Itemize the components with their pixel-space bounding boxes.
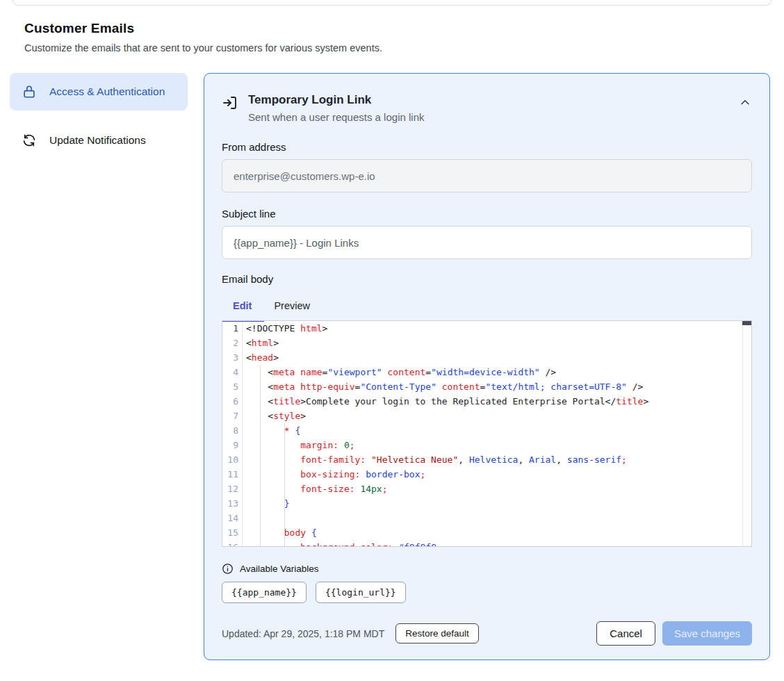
sidebar-item-label: Access & Authentication — [49, 84, 165, 99]
editor-scrollbar[interactable] — [742, 321, 751, 546]
code-line[interactable]: 4 <meta name="viewport" content="width=d… — [222, 365, 742, 379]
code-line-content: * { — [243, 423, 742, 438]
line-number: 1 — [222, 321, 243, 336]
line-number: 9 — [222, 438, 243, 452]
code-line-content: <html> — [243, 336, 742, 350]
code-line[interactable]: 15 body { — [222, 525, 742, 540]
line-number: 13 — [222, 496, 243, 511]
line-number: 6 — [222, 394, 243, 409]
code-line-content: font-family: "Helvetica Neue", Helvetica… — [243, 452, 742, 467]
sidebar-item-access-authentication[interactable]: Access & Authentication — [10, 73, 188, 110]
code-line-content: background-color: #f8f8f8; — [243, 540, 742, 546]
code-line[interactable]: 12 font-size: 14px; — [222, 482, 742, 496]
code-line[interactable]: 6 <title>Complete your login to the Repl… — [222, 394, 742, 409]
temporary-login-link-panel: Temporary Login Link Sent when a user re… — [204, 73, 770, 660]
line-number: 16 — [222, 540, 243, 546]
panel-header: Temporary Login Link Sent when a user re… — [222, 90, 752, 123]
sidebar-item-update-notifications[interactable]: Update Notifications — [10, 122, 188, 159]
line-number: 3 — [222, 350, 243, 365]
editor-scrollbar-thumb[interactable] — [742, 321, 751, 325]
code-lines[interactable]: 1<!DOCTYPE html>2<html>3<head>4 <meta na… — [222, 321, 742, 546]
code-line[interactable]: 11 box-sizing: border-box; — [222, 467, 742, 482]
code-line-content: body { — [243, 525, 742, 540]
subject-line-label: Subject line — [222, 208, 752, 220]
code-line[interactable]: 14 — [222, 511, 742, 525]
code-line[interactable]: 1<!DOCTYPE html> — [222, 321, 742, 336]
available-variables-label: Available Variables — [240, 564, 319, 574]
variable-chips: {{app_name}} {{login_url}} — [222, 582, 752, 603]
code-line[interactable]: 10 font-family: "Helvetica Neue", Helvet… — [222, 452, 742, 467]
code-line[interactable]: 8 * { — [222, 423, 742, 438]
from-address-label: From address — [222, 141, 752, 153]
previous-card-bottom-edge — [13, 0, 771, 6]
line-number: 11 — [222, 467, 243, 482]
code-line-content — [243, 511, 742, 525]
email-body-label: Email body — [222, 273, 752, 285]
code-line-content: <style> — [243, 409, 742, 423]
code-line-content: margin: 0; — [243, 438, 742, 452]
line-number: 15 — [222, 525, 243, 540]
line-number: 14 — [222, 511, 243, 525]
line-number: 5 — [222, 379, 243, 394]
code-line-content: font-size: 14px; — [243, 482, 742, 496]
email-body-tabs: Edit Preview — [222, 294, 752, 320]
active-tab-underline — [222, 320, 264, 322]
log-in-icon — [222, 95, 238, 111]
subject-line-field[interactable] — [222, 226, 752, 259]
sidebar-item-label: Update Notifications — [49, 133, 146, 148]
variable-chip-app-name[interactable]: {{app_name}} — [222, 582, 307, 603]
updated-timestamp: Updated: Apr 29, 2025, 1:18 PM MDT — [222, 628, 384, 639]
sidebar: Access & Authentication Update Notificat… — [10, 73, 188, 159]
panel-footer: Updated: Apr 29, 2025, 1:18 PM MDT Resto… — [222, 621, 752, 646]
save-changes-button[interactable]: Save changes — [662, 621, 752, 646]
code-line-content: box-sizing: border-box; — [243, 467, 742, 482]
info-icon — [222, 563, 234, 575]
code-line[interactable]: 16 background-color: #f8f8f8; — [222, 540, 742, 546]
from-address-field[interactable] — [222, 159, 752, 192]
code-line[interactable]: 3<head> — [222, 350, 742, 365]
page-subtitle: Customize the emails that are sent to yo… — [24, 42, 760, 54]
line-number: 8 — [222, 423, 243, 438]
code-line[interactable]: 9 margin: 0; — [222, 438, 742, 452]
page-header: Customer Emails Customize the emails tha… — [24, 21, 760, 54]
chevron-up-icon[interactable] — [738, 96, 752, 110]
cancel-button[interactable]: Cancel — [596, 621, 655, 646]
code-line[interactable]: 5 <meta http-equiv="Content-Type" conten… — [222, 379, 742, 394]
code-line-content: <title>Complete your login to the Replic… — [243, 394, 742, 409]
line-number: 2 — [222, 336, 243, 350]
available-variables-row: Available Variables — [222, 563, 752, 575]
code-line-content: <head> — [243, 350, 742, 365]
panel-title: Temporary Login Link — [248, 92, 424, 108]
code-editor[interactable]: 1<!DOCTYPE html>2<html>3<head>4 <meta na… — [222, 320, 752, 547]
code-line[interactable]: 2<html> — [222, 336, 742, 350]
code-line[interactable]: 13 } — [222, 496, 742, 511]
code-line-content: <!DOCTYPE html> — [243, 321, 742, 336]
code-line-content: } — [243, 496, 742, 511]
line-number: 4 — [222, 365, 243, 379]
line-number: 10 — [222, 452, 243, 467]
code-line[interactable]: 7 <style> — [222, 409, 742, 423]
line-number: 7 — [222, 409, 243, 423]
code-line-content: <meta name="viewport" content="width=dev… — [243, 365, 742, 379]
line-number: 12 — [222, 482, 243, 496]
page-title: Customer Emails — [24, 21, 760, 36]
tab-preview[interactable]: Preview — [263, 294, 321, 320]
panel-subtitle: Sent when a user requests a login link — [248, 111, 424, 123]
sync-icon — [21, 132, 38, 149]
variable-chip-login-url[interactable]: {{login_url}} — [316, 582, 406, 603]
tab-edit[interactable]: Edit — [222, 294, 263, 320]
lock-icon — [21, 83, 38, 100]
restore-default-button[interactable]: Restore default — [395, 623, 479, 643]
code-line-content: <meta http-equiv="Content-Type" content=… — [243, 379, 742, 394]
